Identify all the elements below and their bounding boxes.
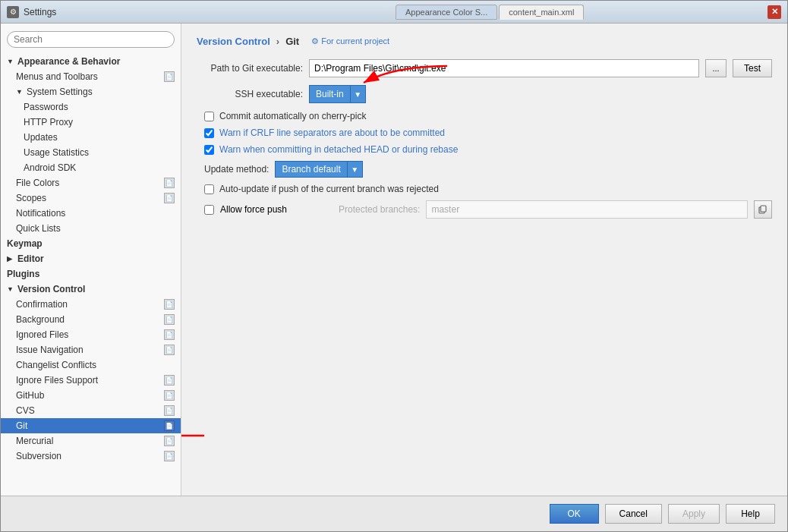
copy-button[interactable] [754, 200, 772, 219]
sidebar-item-version-control[interactable]: ▼ Version Control [1, 282, 181, 297]
sidebar-item-background[interactable]: Background 📄 [1, 312, 181, 327]
expand-icon: ▼ [7, 58, 14, 65]
sidebar-item-label: Passwords [24, 102, 68, 112]
sidebar-item-label: Subversion [16, 451, 61, 461]
sidebar-item-label: Keymap [7, 238, 43, 249]
auto-update-checkbox[interactable] [204, 184, 214, 194]
sidebar-item-menus-toolbars[interactable]: Menus and Toolbars 📄 [1, 69, 181, 84]
sidebar-item-label: Usage Statistics [24, 147, 89, 158]
sidebar-item-cvs[interactable]: CVS 📄 [1, 403, 181, 418]
sidebar-item-label: Notifications [16, 208, 65, 219]
page-icon: 📄 [164, 436, 175, 446]
sidebar-item-label: Scopes [16, 193, 46, 203]
page-icon: 📄 [164, 329, 175, 340]
sidebar-item-quick-lists[interactable]: Quick Lists [1, 221, 181, 236]
breadcrumb-part1[interactable]: Version Control [197, 36, 270, 47]
crlf-label[interactable]: Warn if CRLF line separators are about t… [219, 127, 445, 138]
sidebar-item-issue-navigation[interactable]: Issue Navigation 📄 [1, 342, 181, 357]
sidebar-item-ignored-files[interactable]: Ignored Files 📄 [1, 327, 181, 342]
breadcrumb-part2: Git [285, 36, 299, 47]
sidebar-item-plugins[interactable]: Plugins [1, 266, 181, 282]
ssh-select[interactable]: Built-in ▼ [309, 85, 366, 103]
red-arrow-2 [181, 420, 212, 451]
sidebar-item-usage-statistics[interactable]: Usage Statistics [1, 145, 181, 160]
sidebar-item-label: Issue Navigation [16, 345, 84, 355]
sidebar-item-git[interactable]: Git 📄 [1, 418, 181, 433]
sidebar-item-label: Version Control [17, 284, 85, 294]
sidebar-item-label: Changelist Conflicts [16, 360, 96, 370]
copy-icon [758, 205, 768, 214]
sidebar-item-system-settings[interactable]: ▼ System Settings [1, 84, 181, 99]
cancel-button[interactable]: Cancel [605, 504, 662, 524]
page-icon: 📄 [164, 345, 175, 355]
cherry-pick-checkbox[interactable] [204, 112, 214, 121]
update-dropdown-arrow[interactable]: ▼ [348, 161, 363, 178]
ssh-select-value: Built-in [309, 85, 351, 103]
sidebar-item-keymap[interactable]: Keymap [1, 236, 181, 251]
for-project-link[interactable]: ⚙ For current project [311, 36, 389, 46]
sidebar-item-mercurial[interactable]: Mercurial 📄 [1, 433, 181, 449]
path-input[interactable] [309, 59, 699, 77]
detached-head-label[interactable]: Warn when committing in detached HEAD or… [219, 144, 458, 155]
sidebar-item-editor[interactable]: ▶ Editor [1, 251, 181, 266]
test-button[interactable]: Test [733, 59, 772, 77]
sidebar-item-notifications[interactable]: Notifications [1, 206, 181, 221]
sidebar-item-scopes[interactable]: Scopes 📄 [1, 190, 181, 206]
sidebar-item-github[interactable]: GitHub 📄 [1, 388, 181, 403]
settings-panel: Version Control › Git ⚙ For current proj… [181, 24, 787, 496]
sidebar-item-ignore-files-support[interactable]: Ignore Files Support 📄 [1, 373, 181, 388]
sidebar-item-label: Ignore Files Support [16, 375, 98, 386]
page-icon: 📄 [164, 420, 175, 431]
ssh-label: SSH executable: [197, 89, 303, 99]
sidebar-item-label: Plugins [7, 269, 39, 279]
sidebar-item-subversion[interactable]: Subversion 📄 [1, 449, 181, 464]
browse-button[interactable]: ... [705, 59, 727, 77]
sidebar-item-label: GitHub [16, 390, 44, 401]
main-content: ▼ Appearance & Behavior Menus and Toolba… [1, 24, 787, 496]
update-select-value: Branch default [275, 161, 347, 178]
force-push-label[interactable]: Allow force push [220, 204, 287, 215]
force-push-row: Allow force push Protected branches: [197, 200, 772, 219]
breadcrumb: Version Control › Git ⚙ For current proj… [197, 36, 772, 47]
path-label: Path to Git executable: [197, 63, 303, 74]
ok-button[interactable]: OK [550, 504, 599, 524]
sidebar-item-label: Updates [24, 132, 58, 143]
sidebar: ▼ Appearance & Behavior Menus and Toolba… [1, 24, 181, 496]
sidebar-item-label: Confirmation [16, 299, 68, 310]
cherry-pick-label[interactable]: Commit automatically on cherry-pick [219, 111, 366, 121]
sidebar-item-appearance-behavior[interactable]: ▼ Appearance & Behavior [1, 54, 181, 69]
ssh-dropdown-arrow[interactable]: ▼ [351, 85, 366, 103]
sidebar-item-label: Editor [17, 253, 44, 264]
sidebar-item-label: Android SDK [24, 162, 76, 173]
app-icon: ⚙ [7, 6, 19, 18]
search-input[interactable] [7, 31, 175, 48]
settings-window: ⚙ Settings Appearance Color S... content… [0, 0, 788, 532]
tab-2[interactable]: content_main.xml [499, 5, 584, 20]
tab-1[interactable]: Appearance Color S... [396, 5, 497, 20]
apply-button[interactable]: Apply [668, 504, 720, 524]
close-button[interactable]: ✕ [768, 5, 781, 19]
page-icon: 📄 [164, 451, 175, 461]
sidebar-item-changelist-conflicts[interactable]: Changelist Conflicts [1, 357, 181, 373]
sidebar-item-file-colors[interactable]: File Colors 📄 [1, 175, 181, 190]
help-button[interactable]: Help [726, 504, 775, 524]
sidebar-item-updates[interactable]: Updates [1, 130, 181, 145]
detached-head-checkbox[interactable] [204, 145, 214, 155]
force-push-checkbox[interactable] [204, 205, 214, 215]
page-icon: 📄 [164, 299, 175, 310]
auto-update-row: Auto-update if push of the current branc… [197, 184, 772, 194]
crlf-row: Warn if CRLF line separators are about t… [197, 127, 772, 138]
breadcrumb-separator: › [276, 36, 279, 47]
ssh-row: SSH executable: Built-in ▼ [197, 85, 772, 103]
sidebar-item-label: Appearance & Behavior [17, 56, 120, 67]
crlf-checkbox[interactable] [204, 128, 214, 138]
sidebar-item-android-sdk[interactable]: Android SDK [1, 160, 181, 175]
sidebar-item-label: Menus and Toolbars [16, 71, 98, 82]
protected-branches-input[interactable] [426, 200, 748, 219]
sidebar-item-confirmation[interactable]: Confirmation 📄 [1, 297, 181, 312]
auto-update-label[interactable]: Auto-update if push of the current branc… [219, 184, 439, 194]
sidebar-item-passwords[interactable]: Passwords [1, 99, 181, 115]
update-method-select[interactable]: Branch default ▼ [275, 161, 362, 178]
page-icon: 📄 [164, 193, 175, 203]
sidebar-item-http-proxy[interactable]: HTTP Proxy [1, 115, 181, 130]
